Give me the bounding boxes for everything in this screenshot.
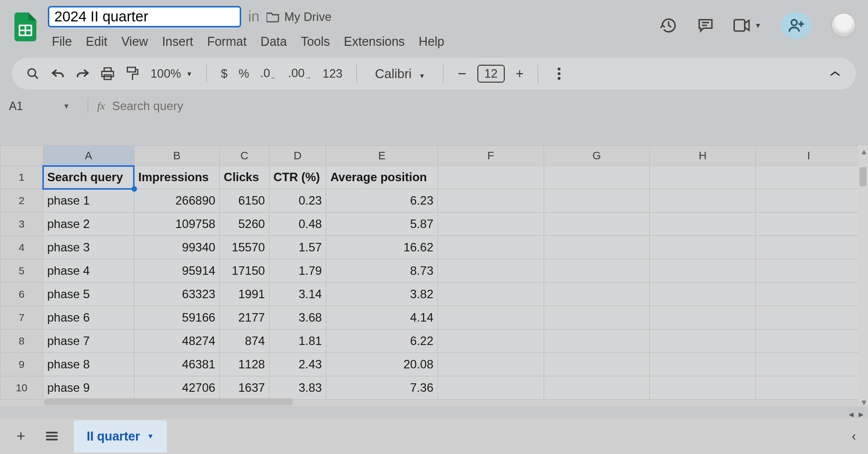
cell[interactable]: 6.23 xyxy=(326,189,437,213)
search-icon[interactable] xyxy=(26,67,40,81)
cell[interactable] xyxy=(756,213,862,236)
menu-file[interactable]: File xyxy=(52,34,72,49)
font-size-input[interactable]: 12 xyxy=(477,65,505,83)
add-sheet-button[interactable]: + xyxy=(12,427,30,445)
undo-icon[interactable] xyxy=(51,67,65,81)
sheets-logo[interactable] xyxy=(12,9,39,45)
cell[interactable] xyxy=(544,353,650,376)
cell[interactable] xyxy=(544,213,650,236)
font-family-dropdown[interactable]: Calibri ▼ xyxy=(375,66,425,82)
collapse-toolbar-icon[interactable] xyxy=(828,67,842,81)
cell[interactable] xyxy=(650,236,756,259)
cell[interactable]: 1991 xyxy=(220,283,270,306)
cell[interactable]: 20.08 xyxy=(326,353,437,376)
decrease-font-button[interactable]: − xyxy=(457,65,466,82)
cell[interactable]: 1637 xyxy=(220,376,270,400)
cell[interactable]: 63323 xyxy=(134,283,220,306)
zoom-dropdown[interactable]: 100%▼ xyxy=(150,67,192,81)
cell[interactable]: 95914 xyxy=(134,259,220,283)
row-header[interactable]: 2 xyxy=(0,189,43,213)
cell[interactable]: 2.43 xyxy=(269,353,326,376)
cell[interactable]: CTR (%) xyxy=(269,166,326,189)
cell[interactable] xyxy=(437,236,544,259)
paint-format-icon[interactable] xyxy=(126,67,140,81)
cell[interactable] xyxy=(544,236,650,259)
cell[interactable]: 3.83 xyxy=(269,376,326,400)
scroll-up-icon[interactable]: ▲ xyxy=(860,147,866,153)
cell[interactable] xyxy=(756,259,862,283)
cell[interactable]: 266890 xyxy=(134,189,220,213)
menu-view[interactable]: View xyxy=(121,34,148,49)
cell[interactable]: 874 xyxy=(220,330,270,353)
cell[interactable] xyxy=(650,353,756,376)
row-header[interactable]: 9 xyxy=(0,353,43,376)
format-number-button[interactable]: 123 xyxy=(322,67,342,81)
cell[interactable]: 1.81 xyxy=(269,330,326,353)
row-header[interactable]: 10 xyxy=(0,376,43,400)
cell[interactable] xyxy=(756,376,862,400)
currency-button[interactable]: $ xyxy=(221,67,227,81)
cell[interactable] xyxy=(756,353,862,376)
cell[interactable]: Clicks xyxy=(220,166,270,189)
column-header-A[interactable]: A xyxy=(43,146,134,166)
comments-icon[interactable] xyxy=(697,16,715,34)
column-header-I[interactable]: I xyxy=(756,146,862,166)
cell[interactable]: Average position xyxy=(326,166,437,189)
row-header[interactable]: 4 xyxy=(0,236,43,259)
cell[interactable]: phase 7 xyxy=(43,330,134,353)
cell[interactable]: 3.14 xyxy=(269,283,326,306)
column-header-H[interactable]: H xyxy=(650,146,756,166)
cell[interactable]: 7.36 xyxy=(326,376,437,400)
share-button[interactable] xyxy=(780,12,812,39)
row-header[interactable]: 8 xyxy=(0,330,43,353)
cell[interactable] xyxy=(650,189,756,213)
menu-help[interactable]: Help xyxy=(419,34,444,49)
cell[interactable]: 3.68 xyxy=(269,306,326,330)
menu-edit[interactable]: Edit xyxy=(86,34,107,49)
cell[interactable]: 42706 xyxy=(134,376,220,400)
cell[interactable] xyxy=(437,259,544,283)
cell[interactable] xyxy=(756,283,862,306)
cell[interactable]: 99340 xyxy=(134,236,220,259)
cell[interactable] xyxy=(650,283,756,306)
column-header-E[interactable]: E xyxy=(326,146,437,166)
cell[interactable]: 1.57 xyxy=(269,236,326,259)
menu-extensions[interactable]: Extensions xyxy=(344,34,405,49)
cell[interactable]: 6.22 xyxy=(326,330,437,353)
cell[interactable] xyxy=(544,376,650,400)
cell[interactable]: 6150 xyxy=(220,189,270,213)
menu-data[interactable]: Data xyxy=(261,34,287,49)
cell[interactable]: 5260 xyxy=(220,213,270,236)
cell[interactable]: 8.73 xyxy=(326,259,437,283)
cell[interactable]: 59166 xyxy=(134,306,220,330)
cell[interactable] xyxy=(544,259,650,283)
cell[interactable]: 4.14 xyxy=(326,306,437,330)
cell[interactable] xyxy=(437,376,544,400)
cell[interactable] xyxy=(437,306,544,330)
column-header-D[interactable]: D xyxy=(269,146,326,166)
column-header-G[interactable]: G xyxy=(544,146,650,166)
print-icon[interactable] xyxy=(101,67,115,81)
cell[interactable]: phase 6 xyxy=(43,306,134,330)
cell[interactable] xyxy=(756,236,862,259)
explore-collapse-icon[interactable]: ‹ xyxy=(852,429,856,444)
cell[interactable]: 1.79 xyxy=(269,259,326,283)
cell[interactable]: phase 5 xyxy=(43,283,134,306)
cell[interactable]: 17150 xyxy=(220,259,270,283)
cell[interactable]: 0.23 xyxy=(269,189,326,213)
account-avatar[interactable] xyxy=(831,13,856,38)
cell[interactable] xyxy=(437,189,544,213)
cell[interactable]: Search query xyxy=(43,166,134,189)
cell[interactable]: phase 9 xyxy=(43,376,134,400)
row-header[interactable]: 1 xyxy=(0,166,43,189)
cell[interactable]: 2177 xyxy=(220,306,270,330)
cell[interactable] xyxy=(437,330,544,353)
document-title-input[interactable] xyxy=(48,6,241,27)
cell[interactable]: phase 8 xyxy=(43,353,134,376)
cell[interactable] xyxy=(650,330,756,353)
cell[interactable] xyxy=(756,189,862,213)
cell[interactable] xyxy=(544,189,650,213)
menu-tools[interactable]: Tools xyxy=(301,34,330,49)
decrease-decimal-button[interactable]: .0← xyxy=(260,66,277,82)
cell[interactable]: 48274 xyxy=(134,330,220,353)
